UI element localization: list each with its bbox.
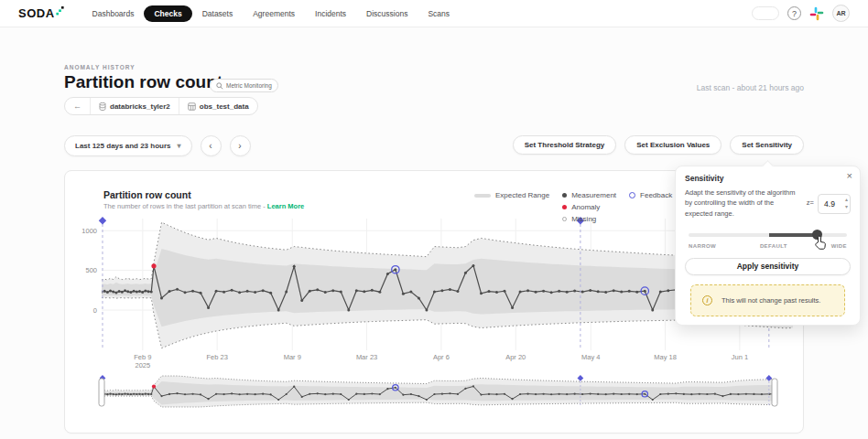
measurement-point xyxy=(223,393,225,395)
measurement-point xyxy=(262,289,265,292)
measurement-point xyxy=(231,289,233,292)
measurement-point xyxy=(150,291,153,294)
legend-measurement[interactable]: Measurement xyxy=(562,189,616,201)
set-exclusion-values-button[interactable]: Set Exclusion Values xyxy=(624,135,722,155)
nav-item-scans[interactable]: Scans xyxy=(418,5,460,22)
measurement-point xyxy=(293,265,296,268)
nav-item-discussions[interactable]: Discussions xyxy=(356,5,418,22)
anomaly-point xyxy=(151,263,156,268)
prev-period-button[interactable]: ‹ xyxy=(201,135,222,156)
legend-feedback[interactable]: Feedback xyxy=(629,189,672,201)
measurement-point xyxy=(106,393,108,395)
measurement-point xyxy=(761,393,763,395)
nav-item-dashboards[interactable]: Dashboards xyxy=(82,5,145,22)
sensitivity-slider[interactable] xyxy=(689,230,847,241)
legend-missing[interactable]: Missing xyxy=(562,213,616,225)
close-icon[interactable]: × xyxy=(847,170,852,181)
sensitivity-popover: × Sensitivity Adapt the sensitivity of t… xyxy=(675,166,861,326)
chart-legend: Expected Range Measurement Anomaly Missi… xyxy=(474,189,672,225)
measurement-point xyxy=(215,393,217,395)
magnifier-icon xyxy=(216,82,223,90)
measurement-point xyxy=(112,291,114,294)
measurement-point xyxy=(246,393,248,395)
set-sensitivity-button[interactable]: Set Sensitivity xyxy=(730,135,804,155)
z-steppers: ▴ ▾ xyxy=(845,196,848,210)
stepper-down-icon[interactable]: ▾ xyxy=(845,203,848,210)
legend-anomaly[interactable]: Anomaly xyxy=(562,201,616,213)
svg-text:May 18: May 18 xyxy=(654,353,677,361)
set-threshold-strategy-button[interactable]: Set Threshold Strategy xyxy=(513,135,617,155)
svg-text:Apr 20: Apr 20 xyxy=(505,353,526,361)
table-icon xyxy=(188,102,196,111)
measurement-point xyxy=(535,393,537,395)
measurement-point xyxy=(644,393,646,395)
popover-arrow xyxy=(762,160,774,172)
measurement-point xyxy=(309,290,311,293)
measurement-point xyxy=(168,393,170,395)
measurement-point xyxy=(371,392,373,394)
measurement-point xyxy=(363,290,365,293)
measurement-point xyxy=(635,291,638,294)
metric-badge-label: Metric Monitoring xyxy=(226,82,272,89)
measurement-point xyxy=(363,393,365,395)
measurement-point xyxy=(433,393,435,395)
measurement-point xyxy=(628,290,631,293)
measurement-point xyxy=(449,288,451,291)
breadcrumb-datasource[interactable]: databricks_tyler2 xyxy=(90,98,179,114)
nav-item-incidents[interactable]: Incidents xyxy=(305,5,356,22)
dataset-name: obs_test_data xyxy=(200,102,249,111)
toolbar-left: Last 125 days and 23 hours ▾ ‹ › xyxy=(64,135,251,156)
measurement-point xyxy=(254,291,256,294)
chart-title: Partition row count xyxy=(103,189,191,200)
last-scan-text: Last scan - about 21 hours ago xyxy=(697,83,804,92)
measurement-point xyxy=(597,290,600,293)
cursor-hand-icon xyxy=(814,235,827,250)
measurement-point xyxy=(644,290,646,293)
warning-banner: i This will not change past results. xyxy=(690,284,845,316)
slider-label-wide: WIDE xyxy=(831,243,847,249)
measurement-point xyxy=(160,296,163,299)
measurement-point xyxy=(628,393,630,395)
nav-item-datasets[interactable]: Datasets xyxy=(192,5,244,22)
help-icon[interactable]: ? xyxy=(787,6,801,20)
measurement-point xyxy=(667,289,669,292)
measurement-point xyxy=(176,392,178,394)
measurement-point xyxy=(270,393,272,395)
measurement-point xyxy=(133,290,136,293)
search-input[interactable] xyxy=(752,6,779,20)
nav-item-checks[interactable]: Checks xyxy=(144,5,191,22)
avatar[interactable]: AR xyxy=(832,5,850,22)
measurement-point xyxy=(309,393,310,395)
back-button[interactable]: ← xyxy=(65,98,90,114)
measurement-point xyxy=(355,393,357,395)
time-range-select[interactable]: Last 125 days and 23 hours ▾ xyxy=(64,135,192,156)
apply-sensitivity-button[interactable]: Apply sensitivity xyxy=(685,258,851,275)
brush-handle-right[interactable] xyxy=(772,379,777,406)
measurement-point xyxy=(604,291,607,294)
measurement-point xyxy=(480,393,482,395)
measurement-point xyxy=(371,289,374,292)
measurement-point xyxy=(690,393,692,395)
warning-text: This will not change past results. xyxy=(722,296,820,305)
svg-text:Jun 1: Jun 1 xyxy=(732,353,748,361)
next-period-button[interactable]: › xyxy=(230,135,251,156)
slider-label-narrow: NARROW xyxy=(689,243,716,249)
learn-more-link[interactable]: Learn More xyxy=(267,202,304,210)
popover-body: Adapt the sensitivity of the algorithm b… xyxy=(685,187,851,219)
back-arrow-icon: ← xyxy=(73,102,81,111)
measurement-point xyxy=(231,392,233,394)
nav-item-agreements[interactable]: Agreements xyxy=(243,5,305,22)
measurement-point xyxy=(426,399,428,401)
measurement-point xyxy=(730,393,732,395)
breadcrumb-dataset[interactable]: obs_test_data xyxy=(179,98,257,114)
measurement-point xyxy=(118,393,120,395)
legend-expected-range[interactable]: Expected Range xyxy=(474,189,549,201)
brush-handle-left[interactable] xyxy=(99,379,104,406)
measurement-point xyxy=(472,385,474,387)
measurement-point xyxy=(215,290,218,293)
stepper-up-icon[interactable]: ▴ xyxy=(845,196,848,203)
measurement-point xyxy=(106,291,109,294)
top-nav: SODA Dashboards Checks Datasets Agreemen… xyxy=(0,0,868,27)
measurement-point xyxy=(332,393,334,395)
slack-icon[interactable] xyxy=(809,6,824,21)
